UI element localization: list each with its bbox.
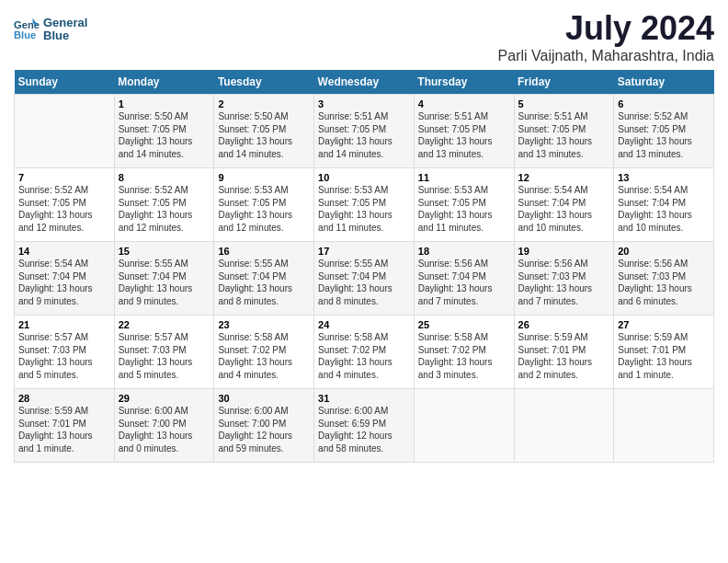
logo-icon: General Blue [14, 17, 40, 42]
day-number: 12 [518, 172, 610, 183]
day-number: 23 [218, 319, 310, 330]
calendar-cell [614, 389, 714, 463]
day-number: 22 [119, 319, 210, 330]
day-number: 19 [518, 246, 610, 257]
day-number: 26 [518, 319, 610, 330]
calendar-cell: 7Sunrise: 5:52 AMSunset: 7:05 PMDaylight… [15, 168, 115, 242]
calendar-cell: 13Sunrise: 5:54 AMSunset: 7:04 PMDayligh… [614, 168, 714, 242]
week-row-3: 14Sunrise: 5:54 AMSunset: 7:04 PMDayligh… [15, 242, 714, 316]
day-info: Sunrise: 5:58 AMSunset: 7:02 PMDaylight:… [318, 331, 410, 381]
day-number: 24 [318, 319, 410, 330]
svg-text:Blue: Blue [14, 30, 36, 41]
day-info: Sunrise: 5:57 AMSunset: 7:03 PMDaylight:… [18, 331, 110, 381]
header: General Blue General Blue July 2024 Parl… [14, 9, 714, 64]
day-info: Sunrise: 5:59 AMSunset: 7:01 PMDaylight:… [18, 405, 110, 454]
calendar-cell: 12Sunrise: 5:54 AMSunset: 7:04 PMDayligh… [514, 168, 614, 242]
calendar-cell: 2Sunrise: 5:50 AMSunset: 7:05 PMDaylight… [214, 95, 314, 168]
day-info: Sunrise: 5:58 AMSunset: 7:02 PMDaylight:… [418, 331, 510, 381]
calendar-cell: 27Sunrise: 5:59 AMSunset: 7:01 PMDayligh… [614, 316, 714, 389]
calendar-cell: 14Sunrise: 5:54 AMSunset: 7:04 PMDayligh… [15, 242, 115, 316]
day-number: 20 [618, 246, 710, 257]
logo-text-blue: Blue [43, 29, 87, 42]
week-row-4: 21Sunrise: 5:57 AMSunset: 7:03 PMDayligh… [15, 316, 714, 389]
day-info: Sunrise: 5:50 AMSunset: 7:05 PMDaylight:… [218, 110, 310, 160]
day-info: Sunrise: 5:58 AMSunset: 7:02 PMDaylight:… [218, 331, 310, 381]
calendar-cell: 26Sunrise: 5:59 AMSunset: 7:01 PMDayligh… [514, 316, 614, 389]
day-number: 28 [18, 393, 110, 404]
day-number: 15 [119, 246, 210, 257]
day-number: 16 [218, 246, 310, 257]
day-info: Sunrise: 5:55 AMSunset: 7:04 PMDaylight:… [119, 258, 210, 307]
day-info: Sunrise: 5:52 AMSunset: 7:05 PMDaylight:… [618, 110, 710, 160]
day-info: Sunrise: 5:53 AMSunset: 7:05 PMDaylight:… [318, 184, 410, 234]
calendar-cell: 11Sunrise: 5:53 AMSunset: 7:05 PMDayligh… [414, 168, 514, 242]
calendar-cell: 24Sunrise: 5:58 AMSunset: 7:02 PMDayligh… [314, 316, 415, 389]
day-number: 30 [218, 393, 310, 404]
day-number: 8 [119, 172, 210, 183]
calendar-cell: 16Sunrise: 5:55 AMSunset: 7:04 PMDayligh… [214, 242, 314, 316]
day-info: Sunrise: 5:55 AMSunset: 7:04 PMDaylight:… [318, 258, 410, 307]
calendar-cell: 9Sunrise: 5:53 AMSunset: 7:05 PMDaylight… [214, 168, 314, 242]
header-day-tuesday: Tuesday [214, 70, 314, 95]
day-info: Sunrise: 5:56 AMSunset: 7:04 PMDaylight:… [418, 258, 510, 307]
day-number: 3 [318, 98, 410, 109]
calendar-cell: 5Sunrise: 5:51 AMSunset: 7:05 PMDaylight… [514, 95, 614, 168]
calendar-cell: 25Sunrise: 5:58 AMSunset: 7:02 PMDayligh… [414, 316, 514, 389]
header-row: SundayMondayTuesdayWednesdayThursdayFrid… [15, 70, 714, 95]
calendar-cell [414, 389, 514, 463]
header-day-friday: Friday [514, 70, 614, 95]
day-number: 31 [318, 393, 410, 404]
day-info: Sunrise: 5:57 AMSunset: 7:03 PMDaylight:… [119, 331, 210, 381]
calendar-cell: 6Sunrise: 5:52 AMSunset: 7:05 PMDaylight… [614, 95, 714, 168]
day-number: 7 [18, 172, 110, 183]
day-info: Sunrise: 5:59 AMSunset: 7:01 PMDaylight:… [618, 331, 710, 381]
header-day-monday: Monday [114, 70, 214, 95]
calendar-cell: 31Sunrise: 6:00 AMSunset: 6:59 PMDayligh… [314, 389, 415, 463]
day-number: 4 [418, 98, 510, 109]
day-info: Sunrise: 6:00 AMSunset: 7:00 PMDaylight:… [119, 405, 210, 454]
day-info: Sunrise: 5:50 AMSunset: 7:05 PMDaylight:… [119, 110, 210, 160]
calendar-cell: 30Sunrise: 6:00 AMSunset: 7:00 PMDayligh… [214, 389, 314, 463]
day-number: 5 [518, 98, 610, 109]
day-number: 9 [218, 172, 310, 183]
day-info: Sunrise: 5:56 AMSunset: 7:03 PMDaylight:… [618, 258, 710, 307]
day-info: Sunrise: 5:53 AMSunset: 7:05 PMDaylight:… [218, 184, 310, 234]
logo: General Blue General Blue [14, 17, 87, 43]
calendar-cell: 19Sunrise: 5:56 AMSunset: 7:03 PMDayligh… [514, 242, 614, 316]
day-number: 14 [18, 246, 110, 257]
day-number: 25 [418, 319, 510, 330]
week-row-2: 7Sunrise: 5:52 AMSunset: 7:05 PMDaylight… [15, 168, 714, 242]
calendar-cell: 10Sunrise: 5:53 AMSunset: 7:05 PMDayligh… [314, 168, 415, 242]
day-number: 2 [218, 98, 310, 109]
calendar-cell: 28Sunrise: 5:59 AMSunset: 7:01 PMDayligh… [15, 389, 115, 463]
header-day-saturday: Saturday [614, 70, 714, 95]
header-day-thursday: Thursday [414, 70, 514, 95]
day-number: 1 [119, 98, 210, 109]
day-number: 10 [318, 172, 410, 183]
day-number: 18 [418, 246, 510, 257]
day-info: Sunrise: 5:55 AMSunset: 7:04 PMDaylight:… [218, 258, 310, 307]
week-row-5: 28Sunrise: 5:59 AMSunset: 7:01 PMDayligh… [15, 389, 714, 463]
day-info: Sunrise: 5:53 AMSunset: 7:05 PMDaylight:… [418, 184, 510, 234]
header-day-wednesday: Wednesday [314, 70, 415, 95]
day-number: 11 [418, 172, 510, 183]
day-number: 6 [618, 98, 710, 109]
day-info: Sunrise: 5:51 AMSunset: 7:05 PMDaylight:… [518, 110, 610, 160]
day-number: 17 [318, 246, 410, 257]
calendar-cell: 22Sunrise: 5:57 AMSunset: 7:03 PMDayligh… [114, 316, 214, 389]
calendar-cell: 15Sunrise: 5:55 AMSunset: 7:04 PMDayligh… [114, 242, 214, 316]
svg-text:General: General [14, 19, 40, 30]
day-number: 29 [119, 393, 210, 404]
day-info: Sunrise: 5:59 AMSunset: 7:01 PMDaylight:… [518, 331, 610, 381]
day-info: Sunrise: 6:00 AMSunset: 6:59 PMDaylight:… [318, 405, 410, 454]
calendar-cell: 17Sunrise: 5:55 AMSunset: 7:04 PMDayligh… [314, 242, 415, 316]
logo-text-general: General [43, 17, 87, 29]
calendar-cell [15, 95, 115, 168]
week-row-1: 1Sunrise: 5:50 AMSunset: 7:05 PMDaylight… [15, 95, 714, 168]
day-number: 27 [618, 319, 710, 330]
calendar-cell: 18Sunrise: 5:56 AMSunset: 7:04 PMDayligh… [414, 242, 514, 316]
day-number: 21 [18, 319, 110, 330]
title-area: July 2024 Parli Vaijnath, Maharashtra, I… [498, 9, 714, 64]
calendar-cell: 29Sunrise: 6:00 AMSunset: 7:00 PMDayligh… [114, 389, 214, 463]
subtitle: Parli Vaijnath, Maharashtra, India [498, 48, 714, 64]
